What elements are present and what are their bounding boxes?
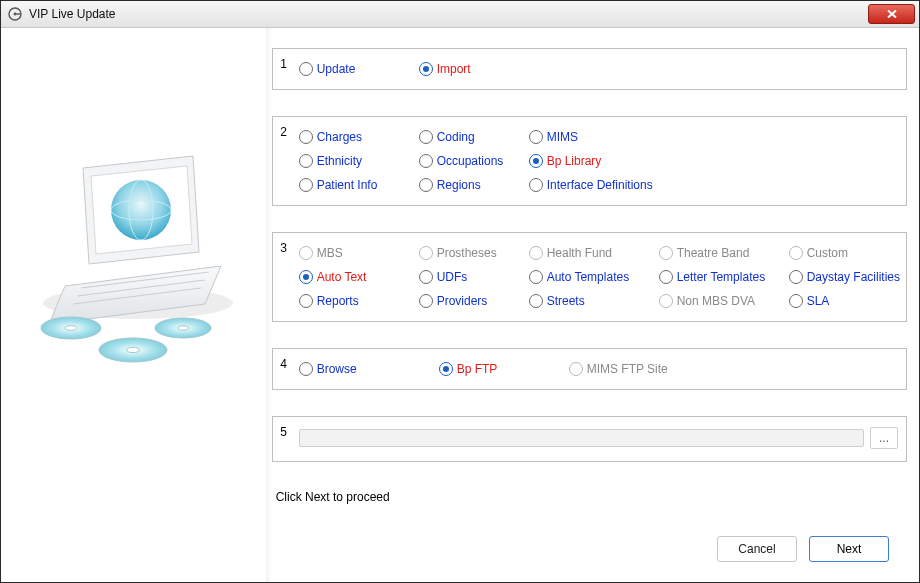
radio-icon (529, 130, 543, 144)
svg-point-2 (14, 13, 17, 16)
step-3-option-auto-templates[interactable]: Auto Templates (529, 270, 659, 284)
radio-icon (659, 294, 673, 308)
step-3-option-auto-text[interactable]: Auto Text (299, 270, 419, 284)
radio-label: Non MBS DVA (677, 294, 755, 308)
step-3-option-streets[interactable]: Streets (529, 294, 659, 308)
wizard-illustration-pane (1, 28, 266, 582)
close-button[interactable] (868, 4, 915, 24)
step-3-option-theatre-band: Theatre Band (659, 246, 789, 260)
radio-icon (659, 270, 673, 284)
step-3-option-non-mbs-dva: Non MBS DVA (659, 294, 789, 308)
step-2-option-occupations[interactable]: Occupations (419, 154, 529, 168)
step-4-option-bp-ftp[interactable]: Bp FTP (439, 362, 569, 376)
radio-label: UDFs (437, 270, 468, 284)
radio-label: Theatre Band (677, 246, 750, 260)
radio-icon (419, 294, 433, 308)
radio-label: Auto Text (317, 270, 367, 284)
step-2-option-charges[interactable]: Charges (299, 130, 419, 144)
radio-icon (529, 154, 543, 168)
radio-icon (419, 178, 433, 192)
step-3-option-health-fund: Health Fund (529, 246, 659, 260)
step-4-option-browse[interactable]: Browse (299, 362, 439, 376)
step-4-option-mims-ftp: MIMS FTP Site (569, 362, 900, 376)
radio-label: Occupations (437, 154, 504, 168)
radio-icon (439, 362, 453, 376)
svg-point-18 (127, 347, 140, 352)
step-1-group: 1 UpdateImport (272, 48, 907, 90)
radio-icon (299, 130, 313, 144)
step-3-number: 3 (272, 233, 295, 321)
step-2-option-mims[interactable]: MIMS (529, 130, 900, 144)
radio-icon (299, 246, 313, 260)
import-path-input[interactable] (299, 429, 864, 447)
radio-icon (419, 62, 433, 76)
radio-icon (789, 294, 803, 308)
radio-icon (299, 178, 313, 192)
radio-label: Letter Templates (677, 270, 766, 284)
radio-label: Browse (317, 362, 357, 376)
step-2-option-patient-info[interactable]: Patient Info (299, 178, 419, 192)
radio-icon (789, 246, 803, 260)
radio-label: MBS (317, 246, 343, 260)
step-2-option-regions[interactable]: Regions (419, 178, 529, 192)
radio-label: Update (317, 62, 356, 76)
radio-label: Bp FTP (457, 362, 498, 376)
step-2-option-bp-library[interactable]: Bp Library (529, 154, 900, 168)
app-icon (7, 6, 23, 22)
instruction-text: Click Next to proceed (276, 490, 907, 504)
radio-icon (569, 362, 583, 376)
radio-icon (419, 130, 433, 144)
step-2-option-ethnicity[interactable]: Ethnicity (299, 154, 419, 168)
radio-icon (529, 178, 543, 192)
radio-label: Providers (437, 294, 488, 308)
step-1-option-update[interactable]: Update (299, 62, 419, 76)
step-3-option-mbs: MBS (299, 246, 419, 260)
radio-icon (419, 270, 433, 284)
radio-icon (299, 294, 313, 308)
cancel-button[interactable]: Cancel (717, 536, 797, 562)
step-2-group: 2 ChargesCodingMIMSEthnicityOccupationsB… (272, 116, 907, 206)
radio-label: Auto Templates (547, 270, 630, 284)
step-3-option-letter-templates[interactable]: Letter Templates (659, 270, 789, 284)
step-1-number: 1 (272, 49, 295, 89)
radio-icon (529, 246, 543, 260)
radio-icon (529, 270, 543, 284)
svg-point-12 (111, 180, 171, 240)
laptop-discs-icon (23, 128, 243, 368)
radio-icon (419, 154, 433, 168)
browse-for-path-button[interactable]: ... (870, 427, 898, 449)
step-5-number: 5 (272, 417, 295, 461)
radio-icon (529, 294, 543, 308)
radio-label: Custom (807, 246, 848, 260)
radio-label: Import (437, 62, 471, 76)
next-button[interactable]: Next (809, 536, 889, 562)
step-3-option-providers[interactable]: Providers (419, 294, 529, 308)
wizard-footer: Cancel Next (272, 526, 907, 574)
radio-icon (299, 154, 313, 168)
vip-live-update-window: VIP Live Update (0, 0, 920, 583)
radio-icon (299, 362, 313, 376)
svg-point-20 (178, 326, 189, 330)
step-3-option-custom: Custom (789, 246, 900, 260)
radio-label: Bp Library (547, 154, 602, 168)
radio-label: MIMS (547, 130, 578, 144)
step-3-option-sla[interactable]: SLA (789, 294, 900, 308)
radio-label: Prostheses (437, 246, 497, 260)
step-2-number: 2 (272, 117, 295, 205)
step-3-option-reports[interactable]: Reports (299, 294, 419, 308)
step-2-option-coding[interactable]: Coding (419, 130, 529, 144)
radio-icon (419, 246, 433, 260)
step-1-option-import[interactable]: Import (419, 62, 900, 76)
window-title: VIP Live Update (29, 7, 116, 21)
radio-label: Regions (437, 178, 481, 192)
radio-icon (299, 62, 313, 76)
radio-label: Charges (317, 130, 362, 144)
step-2-option-interface-definitions[interactable]: Interface Definitions (529, 178, 900, 192)
titlebar: VIP Live Update (1, 1, 919, 28)
radio-label: MIMS FTP Site (587, 362, 668, 376)
step-3-option-daystay-facilities[interactable]: Daystay Facilities (789, 270, 900, 284)
radio-label: SLA (807, 294, 830, 308)
step-3-option-udfs[interactable]: UDFs (419, 270, 529, 284)
radio-icon (789, 270, 803, 284)
radio-icon (299, 270, 313, 284)
